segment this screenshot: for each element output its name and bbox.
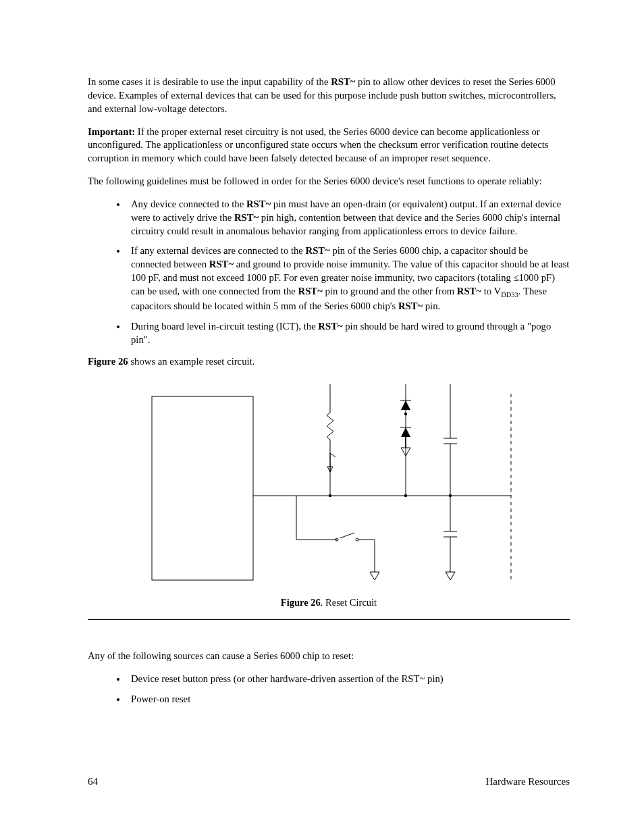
rst-label: RST~: [246, 199, 271, 209]
svg-marker-11: [401, 400, 410, 410]
guidelines-list: Any device connected to the RST~ pin mus…: [88, 198, 570, 347]
rst-label: RST~: [457, 286, 481, 296]
figure-reset-circuit: Figure 26. Reset Circuit: [88, 377, 570, 610]
text: In some cases it is desirable to use the…: [88, 76, 331, 87]
list-item: During board level in-circuit testing (I…: [127, 320, 570, 347]
figure-caption: Figure 26. Reset Circuit: [88, 596, 570, 610]
paragraph-important: Important: If the proper external reset …: [88, 126, 570, 166]
important-label: Important:: [88, 126, 135, 137]
text: shows an example reset circuit.: [128, 356, 255, 367]
svg-point-7: [329, 494, 331, 497]
page-number: 64: [88, 775, 98, 788]
text: Any device connected to the: [131, 199, 246, 209]
svg-marker-33: [370, 572, 379, 580]
list-item: If any external devices are connected to…: [127, 244, 570, 313]
list-item: Any device connected to the RST~ pin mus…: [127, 198, 570, 238]
list-item: Power-on reset: [127, 693, 570, 706]
text: to V: [481, 286, 501, 296]
svg-line-4: [330, 453, 336, 457]
circuit-diagram-icon: [140, 377, 518, 592]
text: . Reset Circuit: [321, 597, 377, 608]
paragraph-figure-ref: Figure 26 shows an example reset circuit…: [88, 355, 570, 369]
paragraph-reset-sources: Any of the following sources can cause a…: [88, 650, 570, 663]
rst-label: RST~: [209, 259, 234, 269]
list-item: Device reset button press (or other hard…: [127, 673, 570, 686]
paragraph-intro: In some cases it is desirable to use the…: [88, 76, 570, 116]
rst-label: RST~: [318, 321, 342, 332]
subscript: DD33: [501, 291, 518, 298]
rst-label: RST~: [306, 245, 330, 256]
section-divider: [88, 619, 570, 620]
text: During board level in-circuit testing (I…: [131, 321, 318, 332]
paragraph-guidelines: The following guidelines must be followe…: [88, 175, 570, 188]
svg-point-30: [356, 538, 358, 541]
text: pin.: [423, 301, 440, 311]
page: In some cases it is desirable to use the…: [0, 0, 644, 834]
svg-rect-0: [152, 396, 253, 580]
rst-label: RST~: [298, 286, 323, 296]
svg-point-20: [404, 413, 407, 415]
text: If the proper external reset circuitry i…: [88, 126, 548, 164]
rst-label: RST~: [398, 301, 423, 311]
rst-label: RST~: [331, 76, 355, 87]
svg-marker-13: [401, 427, 410, 437]
rst-label: RST~: [234, 212, 259, 223]
figure-caption-label: Figure 26: [281, 597, 321, 608]
text: pin to ground and the other from: [323, 286, 457, 296]
text: If any external devices are connected to…: [131, 245, 306, 256]
page-footer: 64 Hardware Resources: [88, 775, 570, 788]
svg-line-29: [340, 533, 354, 538]
footer-title: Hardware Resources: [485, 775, 570, 788]
figure-ref-label: Figure 26: [88, 356, 128, 367]
svg-marker-38: [446, 572, 455, 580]
reset-sources-list: Device reset button press (or other hard…: [88, 673, 570, 706]
